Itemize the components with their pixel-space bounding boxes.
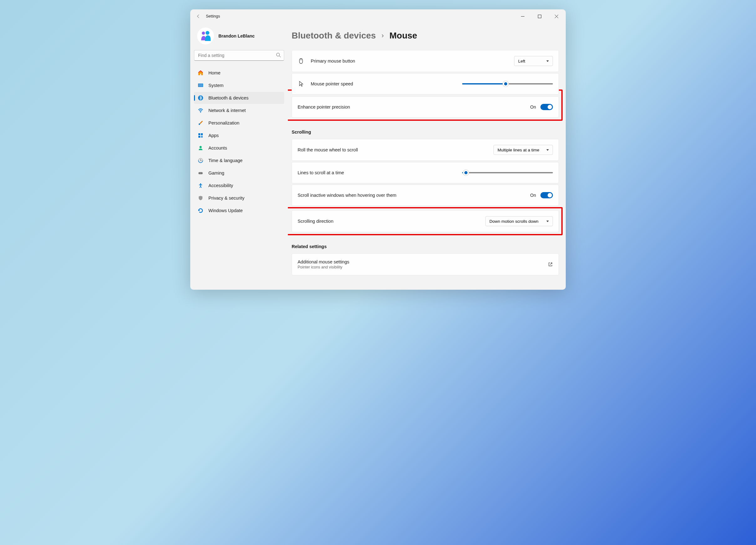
wifi-icon [198, 108, 203, 113]
nav-label: Personalization [208, 120, 239, 125]
nav-label: System [208, 83, 223, 88]
chevron-right-icon: › [381, 32, 384, 40]
crumb-parent[interactable]: Bluetooth & devices [292, 31, 376, 41]
setting-label: Mouse pointer speed [311, 81, 353, 86]
setting-pointer-speed: Mouse pointer speed [292, 73, 559, 94]
toggle-state: On [530, 104, 536, 110]
toggle-state: On [530, 193, 536, 198]
setting-primary-button: Primary mouse button Left [292, 50, 559, 72]
setting-inactive-scroll: Scroll inactive windows when hovering ov… [292, 185, 559, 206]
nav-bluetooth[interactable]: Bluetooth & devices [194, 92, 284, 104]
setting-label: Scrolling direction [298, 219, 333, 224]
setting-label: Roll the mouse wheel to scroll [298, 147, 358, 152]
section-scrolling: Scrolling [292, 130, 559, 135]
nav-label: Windows Update [208, 208, 243, 213]
nav-system[interactable]: System [194, 79, 284, 91]
setting-lines-scroll: Lines to scroll at a time [292, 162, 559, 183]
inactive-scroll-toggle[interactable] [540, 192, 553, 198]
svg-point-23 [199, 173, 200, 174]
back-button[interactable] [193, 11, 204, 22]
crumb-current: Mouse [390, 31, 417, 41]
svg-rect-15 [198, 136, 200, 138]
svg-point-11 [200, 112, 201, 113]
avatar [197, 28, 214, 44]
window-title: Settings [206, 14, 220, 18]
nav-network[interactable]: Network & internet [194, 104, 284, 116]
svg-point-24 [201, 173, 202, 174]
highlight-scroll-direction: Scrolling direction Down motion scrolls … [288, 207, 563, 235]
svg-point-4 [202, 32, 205, 35]
wheel-scroll-dropdown[interactable]: Multiple lines at a time [493, 145, 553, 155]
bluetooth-icon [198, 95, 203, 101]
nav-accessibility[interactable]: Accessibility [194, 180, 284, 191]
nav-privacy[interactable]: Privacy & security [194, 192, 284, 204]
svg-point-6 [277, 53, 280, 56]
nav-label: Bluetooth & devices [208, 95, 248, 100]
svg-rect-22 [198, 172, 203, 174]
pointer-speed-slider[interactable] [462, 81, 553, 87]
svg-rect-1 [538, 15, 541, 18]
clock-icon [198, 158, 203, 163]
nav-update[interactable]: Windows Update [194, 205, 284, 216]
lines-scroll-slider[interactable] [462, 170, 553, 176]
nav-label: Gaming [208, 171, 224, 176]
person-icon [198, 145, 203, 151]
svg-point-17 [200, 146, 202, 148]
nav-time[interactable]: Time & language [194, 155, 284, 166]
username: Brandon LeBlanc [218, 33, 255, 38]
svg-rect-13 [198, 133, 200, 135]
setting-label: Lines to scroll at a time [298, 170, 344, 175]
svg-rect-9 [198, 84, 203, 87]
svg-line-7 [279, 56, 281, 58]
primary-button-dropdown[interactable]: Left [514, 56, 553, 66]
setting-scroll-direction: Scrolling direction Down motion scrolls … [292, 210, 559, 232]
content-area[interactable]: Bluetooth & devices › Mouse Primary mous… [288, 23, 566, 290]
accessibility-icon [198, 183, 203, 188]
titlebar: Settings [190, 9, 566, 23]
nav-label: Time & language [208, 158, 243, 163]
nav-label: Apps [208, 133, 219, 138]
nav-label: Home [208, 70, 221, 75]
section-related: Related settings [292, 244, 559, 249]
setting-label: Additional mouse settings [298, 259, 542, 264]
nav-home[interactable]: Home [194, 67, 284, 79]
search-input[interactable] [194, 50, 284, 61]
mouse-icon [298, 58, 304, 64]
nav-gaming[interactable]: Gaming [194, 167, 284, 179]
maximize-button[interactable] [533, 12, 546, 21]
nav-personalization[interactable]: Personalization [194, 117, 284, 129]
nav-label: Privacy & security [208, 196, 244, 201]
nav-label: Network & internet [208, 108, 246, 113]
home-icon [198, 70, 203, 76]
nav-accounts[interactable]: Accounts [194, 142, 284, 154]
system-icon [198, 83, 203, 88]
setting-additional[interactable]: Additional mouse settings Pointer icons … [292, 253, 559, 275]
scroll-direction-dropdown[interactable]: Down motion scrolls down [485, 216, 553, 226]
breadcrumb: Bluetooth & devices › Mouse [292, 23, 559, 50]
nav-list: Home System Bluetooth & devices Network … [194, 67, 284, 216]
cursor-icon [298, 80, 304, 87]
enhance-precision-toggle[interactable] [540, 104, 553, 110]
settings-window: Settings Brandon LeBlanc [190, 9, 566, 290]
apps-icon [198, 133, 203, 138]
setting-wheel-scroll: Roll the mouse wheel to scroll Multiple … [292, 139, 559, 161]
close-button[interactable] [549, 12, 563, 21]
minimize-button[interactable] [516, 12, 529, 21]
setting-label: Enhance pointer precision [298, 104, 350, 110]
setting-sublabel: Pointer icons and visibility [298, 265, 542, 269]
svg-point-5 [206, 31, 209, 35]
search-icon [276, 53, 281, 59]
external-link-icon [548, 262, 553, 267]
setting-label: Scroll inactive windows when hovering ov… [298, 193, 396, 198]
nav-apps[interactable]: Apps [194, 130, 284, 141]
svg-rect-16 [201, 136, 203, 138]
update-icon [198, 208, 203, 213]
shield-icon [198, 195, 203, 201]
setting-enhance-precision: Enhance pointer precision On [292, 96, 559, 118]
gamepad-icon [198, 170, 203, 176]
setting-label: Primary mouse button [311, 59, 355, 64]
sidebar: Brandon LeBlanc Home System [190, 23, 288, 290]
svg-rect-14 [201, 133, 203, 135]
user-profile[interactable]: Brandon LeBlanc [194, 23, 284, 50]
nav-label: Accessibility [208, 183, 233, 188]
